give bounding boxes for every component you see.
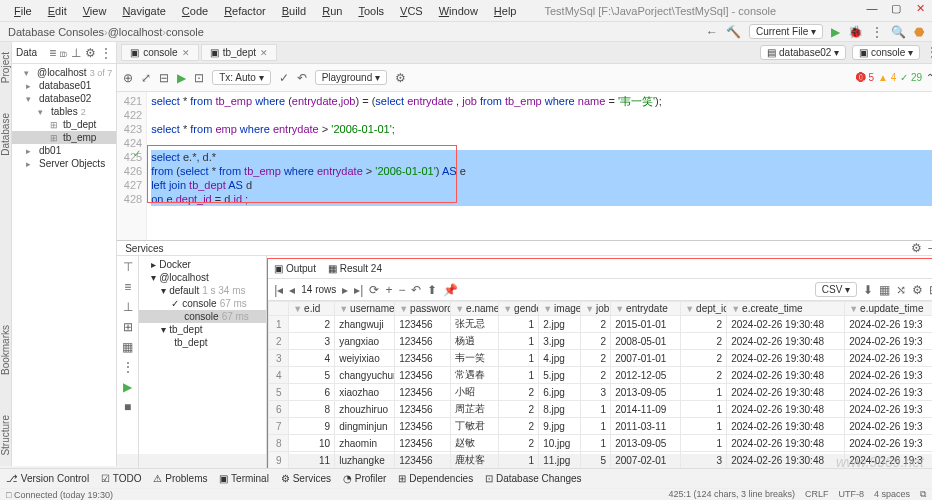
col-header[interactable]: ▼username (335, 302, 395, 316)
services-item-@localhost[interactable]: ▾@localhost (139, 271, 266, 284)
bookmarks-tool-label[interactable]: Bookmarks (0, 325, 11, 375)
menu-help[interactable]: Help (486, 3, 525, 19)
pin-icon[interactable]: 📌 (443, 283, 458, 297)
structure-tool-label[interactable]: Structure (0, 415, 11, 456)
grid-icon[interactable]: ⋮ (122, 360, 134, 374)
tree-item-@localhost[interactable]: ▾@localhost 3 of 7 (12, 66, 116, 79)
csv-dropdown[interactable]: CSV ▾ (815, 282, 857, 297)
info-item[interactable]: UTF-8 (838, 489, 864, 500)
history-icon[interactable]: ⊕ (123, 71, 133, 85)
tree-toolbar-icon[interactable]: ≡ (49, 46, 56, 60)
view-icon[interactable]: ▦ (879, 283, 890, 297)
menu-view[interactable]: View (75, 3, 115, 19)
more-run-icon[interactable]: ⋮ (871, 25, 883, 39)
services-item-default[interactable]: ▾default 1 s 34 ms (139, 284, 266, 297)
table-row[interactable]: 56xiaozhao123456小昭26.jpg32013-09-0512024… (269, 384, 932, 401)
next-page-icon[interactable]: ▸ (342, 283, 348, 297)
info-item[interactable]: ⧉ (920, 489, 926, 500)
menu-file[interactable]: File (6, 3, 40, 19)
tree-toolbar-icon[interactable]: ⊥ (71, 46, 81, 60)
console-selector[interactable]: ▣ console ▾ (852, 45, 920, 60)
tree-toolbar-icon[interactable]: ⚙ (85, 46, 96, 60)
database-tool-label[interactable]: Database (0, 113, 11, 156)
table-row[interactable]: 12zhangwuji123456张无忌12.jpg22015-01-01220… (269, 316, 932, 333)
services-run-icon[interactable]: ▶ (123, 380, 132, 394)
col-header[interactable]: ▼password (395, 302, 451, 316)
menu-tools[interactable]: Tools (350, 3, 392, 19)
search-icon[interactable]: 🔍 (891, 25, 906, 39)
tree-item-Server Objects[interactable]: ▸Server Objects (12, 157, 116, 170)
breadcrumb-item[interactable]: @localhost (108, 26, 163, 38)
tree-item-database02[interactable]: ▾database02 (12, 92, 116, 105)
statusbar-database-changes[interactable]: ⊡ Database Changes (485, 473, 581, 484)
maximize-icon[interactable]: ▢ (888, 2, 904, 15)
statusbar-services[interactable]: ⚙ Services (281, 473, 331, 484)
table-row[interactable]: 45changyuchun123456常遇春15.jpg22012-12-052… (269, 367, 932, 384)
col-header[interactable]: ▼e.id (289, 302, 335, 316)
sql-editor[interactable]: 421422423424425426427428 ✓ select * from… (117, 92, 932, 240)
run-config-dropdown[interactable]: Current File ▾ (749, 24, 823, 39)
ok-badge[interactable]: ✓ 29 (900, 72, 922, 83)
close-icon[interactable]: ✕ (912, 2, 928, 15)
prev-page-icon[interactable]: ◂ (289, 283, 295, 297)
tab-tb_dept[interactable]: ▣ tb_dept✕ (201, 44, 277, 61)
group-icon[interactable]: ⊞ (123, 320, 133, 334)
back-icon[interactable]: ← (706, 25, 718, 39)
tree-toolbar-icon[interactable]: ⎄ (60, 46, 67, 60)
explain-icon[interactable]: ⊡ (194, 71, 204, 85)
hammer-icon[interactable]: 🔨 (726, 25, 741, 39)
error-badge[interactable]: ⓿ 5 (856, 72, 874, 83)
tree-item-tb_dept[interactable]: ⊞tb_dept (12, 118, 116, 131)
export-icon[interactable]: ⬇ (863, 283, 873, 297)
services-item-tb_dept[interactable]: tb_dept (139, 336, 266, 349)
breadcrumb-item[interactable]: Database Consoles (8, 26, 104, 38)
menu-vcs[interactable]: VCS (392, 3, 431, 19)
services-hide-icon[interactable]: — (928, 241, 932, 255)
services-gear-icon[interactable]: ⚙ (911, 241, 922, 255)
collapse-all-icon[interactable]: ⊥ (123, 300, 133, 314)
info-item[interactable]: 4 spaces (874, 489, 910, 500)
tree-item-database01[interactable]: ▸database01 (12, 79, 116, 92)
filter-icon[interactable]: ⊤ (123, 260, 133, 274)
code-line[interactable]: on e.dept_id = d.id ; (151, 192, 932, 206)
table-row[interactable]: 911luzhangke123456鹿杖客111.jpg52007-02-013… (269, 452, 932, 469)
col-header[interactable]: ▼e.update_time (845, 302, 932, 316)
statusbar-profiler[interactable]: ◔ Profiler (343, 473, 386, 484)
statusbar-problems[interactable]: ⚠ Problems (153, 473, 207, 484)
tab-close-icon[interactable]: ✕ (260, 48, 268, 58)
rollback-icon[interactable]: ↶ (297, 71, 307, 85)
tree-toolbar-icon[interactable]: ⋮ (100, 46, 112, 60)
col-header[interactable]: ▼e.create_time (727, 302, 845, 316)
col-header[interactable]: ▼gender (499, 302, 539, 316)
services-item-console[interactable]: ✓console 67 ms (139, 297, 266, 310)
services-item-tb_dept[interactable]: ▾tb_dept (139, 323, 266, 336)
table-row[interactable]: 34weiyixiao123456韦一笑14.jpg22007-01-01220… (269, 350, 932, 367)
table-row[interactable]: 68zhouzhiruo123456周芷若28.jpg12014-11-0912… (269, 401, 932, 418)
menu-window[interactable]: Window (431, 3, 486, 19)
layout-icon[interactable]: ▦ (122, 340, 133, 354)
breadcrumb-item[interactable]: console (166, 26, 204, 38)
statusbar-dependencies[interactable]: ⊞ Dependencies (398, 473, 473, 484)
chevron-icon[interactable]: ⌃⌄ (926, 72, 932, 83)
result-tab[interactable]: ▦ Result 24 (328, 263, 382, 274)
output-tab[interactable]: ▣ Output (274, 263, 316, 274)
expand-all-icon[interactable]: ≡ (124, 280, 131, 294)
run-icon[interactable]: ▶ (831, 25, 840, 39)
code-line[interactable] (151, 108, 932, 122)
info-item[interactable]: 425:1 (124 chars, 3 line breaks) (668, 489, 795, 500)
services-item-console[interactable]: console 67 ms (139, 310, 266, 323)
code-line[interactable]: select e.*, d.* (151, 150, 932, 164)
db-selector[interactable]: ▤ database02 ▾ (760, 45, 846, 60)
expand-icon[interactable]: ⤢ (141, 71, 151, 85)
transpose-icon[interactable]: ⤭ (896, 283, 906, 297)
menu-refactor[interactable]: Refactor (216, 3, 274, 19)
services-item-Docker[interactable]: ▸Docker (139, 258, 266, 271)
stop-icon[interactable]: ■ (124, 400, 131, 414)
project-tool-label[interactable]: Project (0, 52, 11, 83)
settings2-icon[interactable]: ⚙ (912, 283, 923, 297)
col-header[interactable]: ▼job (581, 302, 611, 316)
first-page-icon[interactable]: |◂ (274, 283, 283, 297)
playground-dropdown[interactable]: Playground ▾ (315, 70, 387, 85)
tab-console[interactable]: ▣ console✕ (121, 44, 198, 61)
tabs-more-icon[interactable]: ⋮ (926, 45, 932, 60)
